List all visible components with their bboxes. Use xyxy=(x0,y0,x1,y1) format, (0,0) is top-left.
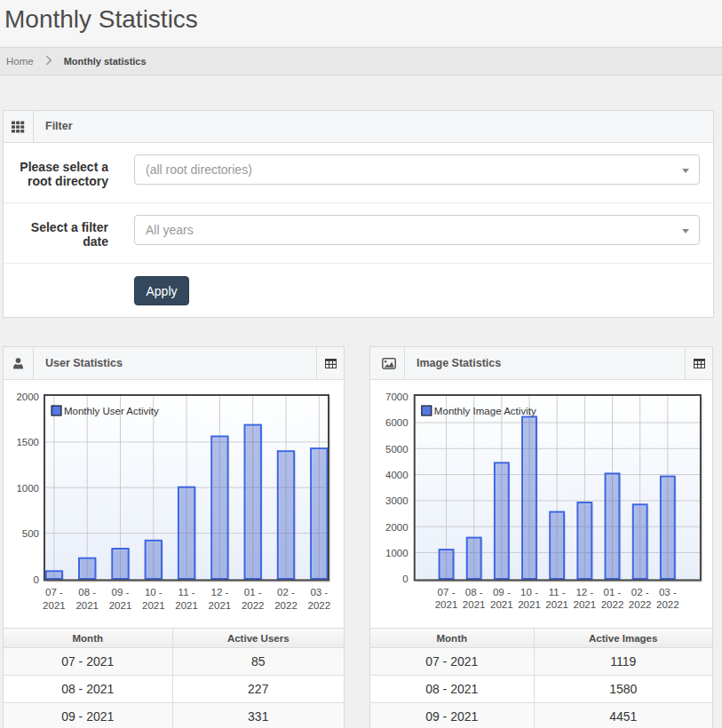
svg-text:08 -: 08 - xyxy=(465,587,483,597)
svg-text:2021: 2021 xyxy=(142,600,165,611)
svg-text:6000: 6000 xyxy=(385,417,409,428)
svg-text:2022: 2022 xyxy=(274,600,298,611)
svg-text:2021: 2021 xyxy=(435,600,458,611)
svg-text:2021: 2021 xyxy=(43,600,66,611)
svg-text:2021: 2021 xyxy=(109,600,132,611)
svg-text:11 -: 11 - xyxy=(549,587,566,597)
svg-text:2022: 2022 xyxy=(656,600,679,611)
svg-text:1000: 1000 xyxy=(385,548,409,558)
svg-text:7000: 7000 xyxy=(385,392,409,402)
svg-text:02 -: 02 - xyxy=(631,587,649,597)
svg-text:3000: 3000 xyxy=(385,495,409,506)
svg-text:2021: 2021 xyxy=(209,600,232,611)
svg-text:2021: 2021 xyxy=(518,600,541,611)
svg-text:Monthly Image Activity: Monthly Image Activity xyxy=(434,406,536,416)
svg-text:2021: 2021 xyxy=(490,600,513,611)
svg-text:07 -: 07 - xyxy=(45,587,63,597)
svg-text:2021: 2021 xyxy=(463,600,486,611)
svg-text:500: 500 xyxy=(22,528,39,539)
svg-text:2021: 2021 xyxy=(75,600,99,611)
svg-text:09 -: 09 - xyxy=(493,587,511,597)
svg-text:01 -: 01 - xyxy=(604,587,622,597)
svg-text:2000: 2000 xyxy=(385,522,409,533)
svg-text:01 -: 01 - xyxy=(244,587,262,597)
svg-text:2000: 2000 xyxy=(16,392,39,402)
svg-text:4000: 4000 xyxy=(385,470,409,480)
svg-text:02 -: 02 - xyxy=(277,587,295,597)
svg-text:2021: 2021 xyxy=(545,600,568,611)
svg-text:0: 0 xyxy=(402,574,408,585)
svg-text:1000: 1000 xyxy=(16,483,39,494)
svg-text:Monthly User Activity: Monthly User Activity xyxy=(64,406,159,416)
svg-text:09 -: 09 - xyxy=(112,587,130,597)
svg-text:08 -: 08 - xyxy=(78,587,96,597)
svg-text:03 -: 03 - xyxy=(659,587,677,597)
svg-text:10 -: 10 - xyxy=(520,587,538,597)
svg-text:2022: 2022 xyxy=(308,600,331,611)
svg-text:2021: 2021 xyxy=(175,600,198,611)
svg-text:0: 0 xyxy=(34,574,39,585)
svg-text:1500: 1500 xyxy=(16,437,39,447)
svg-text:2021: 2021 xyxy=(574,600,597,611)
svg-text:07 -: 07 - xyxy=(438,587,456,597)
svg-text:2022: 2022 xyxy=(629,600,652,611)
svg-text:03 -: 03 - xyxy=(310,587,328,597)
svg-text:2022: 2022 xyxy=(601,600,624,611)
svg-text:11 -: 11 - xyxy=(179,587,195,597)
svg-text:5000: 5000 xyxy=(385,444,409,455)
svg-text:10 -: 10 - xyxy=(145,587,163,597)
svg-text:12 -: 12 - xyxy=(575,587,593,597)
svg-text:12 -: 12 - xyxy=(210,587,228,597)
svg-text:2022: 2022 xyxy=(242,600,265,611)
